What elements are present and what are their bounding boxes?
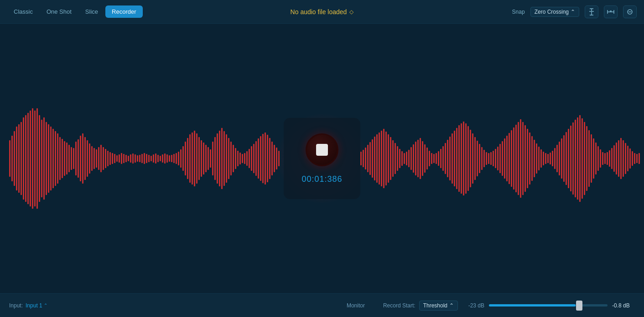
fit-width-button[interactable] — [604, 5, 618, 18]
svg-rect-245 — [620, 138, 622, 179]
svg-rect-198 — [513, 127, 514, 190]
threshold-selector[interactable]: Threshold ⌃ — [419, 301, 458, 311]
svg-rect-230 — [586, 126, 587, 191]
svg-rect-234 — [595, 143, 597, 174]
svg-rect-222 — [568, 129, 569, 188]
svg-rect-253 — [639, 153, 640, 164]
stop-icon — [316, 144, 328, 156]
svg-rect-31 — [52, 129, 54, 188]
snap-selector[interactable]: Zero Crossing ⌃ — [530, 7, 579, 17]
svg-rect-109 — [230, 142, 232, 175]
svg-rect-60 — [119, 154, 120, 163]
svg-rect-232 — [591, 134, 592, 183]
svg-rect-29 — [48, 124, 49, 193]
stop-recording-button[interactable] — [306, 133, 338, 166]
svg-rect-127 — [271, 142, 273, 175]
snap-label: Snap — [512, 9, 525, 15]
svg-rect-40 — [73, 148, 74, 169]
svg-rect-156 — [417, 140, 419, 177]
svg-rect-167 — [442, 146, 444, 171]
svg-rect-112 — [237, 151, 239, 166]
svg-rect-79 — [162, 154, 163, 163]
svg-rect-133 — [365, 148, 366, 169]
snap-chevron-icon: ⌃ — [571, 9, 575, 15]
svg-rect-199 — [515, 125, 517, 192]
svg-rect-190 — [495, 149, 496, 168]
svg-rect-102 — [214, 137, 216, 180]
svg-rect-54 — [105, 149, 106, 168]
svg-rect-59 — [116, 155, 118, 162]
svg-rect-161 — [429, 151, 430, 166]
svg-rect-231 — [588, 130, 590, 187]
svg-rect-69 — [139, 155, 140, 162]
svg-rect-21 — [30, 111, 31, 206]
svg-rect-81 — [166, 154, 168, 163]
tab-classic[interactable]: Classic — [7, 5, 39, 18]
bottom-bar: Input: Input 1 ⌃ Monitor Record Start: T… — [0, 293, 644, 317]
svg-rect-89 — [185, 142, 186, 175]
svg-rect-145 — [392, 140, 394, 177]
svg-rect-43 — [80, 136, 81, 181]
svg-rect-177 — [465, 123, 467, 194]
svg-rect-197 — [511, 130, 512, 187]
svg-rect-149 — [401, 151, 403, 166]
svg-rect-150 — [404, 153, 405, 164]
svg-rect-90 — [187, 138, 188, 179]
svg-rect-94 — [196, 133, 197, 184]
svg-rect-220 — [563, 135, 565, 182]
svg-rect-208 — [536, 143, 537, 174]
svg-rect-154 — [413, 144, 414, 173]
svg-rect-97 — [203, 143, 204, 174]
svg-rect-166 — [440, 149, 441, 168]
svg-rect-95 — [198, 137, 200, 180]
svg-rect-155 — [415, 142, 416, 175]
threshold-slider-track — [489, 304, 608, 306]
svg-rect-226 — [577, 117, 578, 200]
recording-timer: 00:01:386 — [301, 174, 342, 184]
svg-rect-140 — [381, 131, 382, 186]
svg-rect-214 — [550, 153, 551, 164]
svg-rect-75 — [153, 154, 154, 163]
svg-rect-152 — [408, 150, 410, 167]
svg-rect-82 — [169, 155, 170, 162]
svg-rect-248 — [627, 146, 628, 171]
svg-rect-41 — [75, 142, 77, 175]
zoom-out-button[interactable] — [623, 5, 637, 18]
svg-rect-242 — [613, 145, 615, 172]
svg-rect-20 — [27, 113, 29, 204]
svg-rect-106 — [223, 131, 225, 186]
svg-rect-247 — [625, 143, 626, 174]
svg-rect-195 — [506, 136, 508, 181]
svg-rect-47 — [89, 143, 90, 174]
threshold-slider-thumb[interactable] — [576, 301, 582, 311]
svg-rect-184 — [481, 147, 483, 170]
svg-rect-132 — [363, 150, 364, 167]
svg-rect-119 — [253, 144, 254, 173]
svg-rect-185 — [483, 150, 485, 167]
svg-rect-42 — [78, 139, 79, 178]
tab-group: Classic One Shot Slice Recorder — [7, 5, 143, 18]
svg-rect-120 — [255, 141, 257, 176]
input-selector[interactable]: Input 1 ⌃ — [26, 302, 47, 309]
tab-slice[interactable]: Slice — [79, 5, 104, 18]
svg-rect-215 — [552, 151, 553, 166]
svg-rect-179 — [470, 130, 471, 187]
svg-rect-84 — [173, 154, 175, 163]
svg-rect-201 — [520, 119, 521, 198]
svg-rect-16 — [18, 124, 20, 193]
fit-height-button[interactable] — [585, 5, 598, 18]
svg-rect-176 — [463, 122, 464, 195]
svg-rect-138 — [376, 134, 378, 183]
svg-rect-125 — [267, 135, 268, 182]
record-start-group: Record Start: Threshold ⌃ — [383, 301, 458, 311]
svg-rect-56 — [109, 152, 111, 165]
db-left-label: -23 dB — [466, 302, 484, 309]
svg-rect-200 — [518, 122, 519, 195]
svg-rect-128 — [274, 145, 275, 172]
svg-rect-19 — [25, 115, 26, 202]
tab-oneshot[interactable]: One Shot — [40, 5, 78, 18]
audio-file-title[interactable]: No audio file loaded ◇ — [291, 8, 354, 16]
tab-recorder[interactable]: Recorder — [105, 5, 142, 18]
svg-rect-239 — [607, 152, 608, 165]
svg-rect-130 — [278, 151, 280, 166]
